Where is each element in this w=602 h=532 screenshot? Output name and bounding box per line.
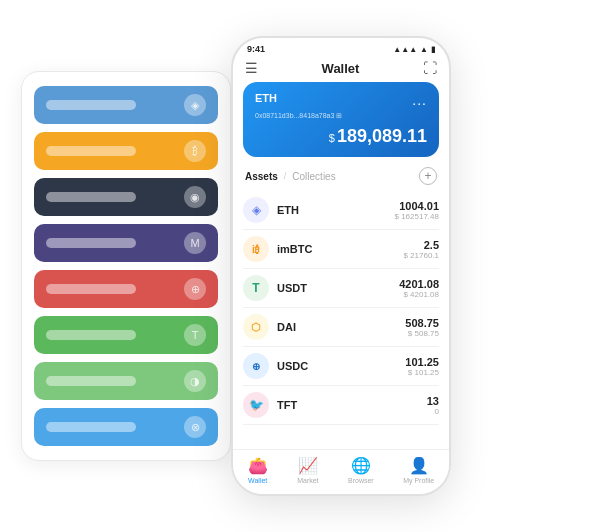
- eth-usd: $ 162517.48: [395, 212, 440, 221]
- status-bar: 9:41 ▲▲▲ ▲ ▮: [233, 38, 449, 56]
- wallet-nav-label: Wallet: [248, 477, 267, 484]
- asset-right-tft: 13 0: [427, 395, 439, 416]
- dai-icon: ⬡: [243, 314, 269, 340]
- tft-icon: 🐦: [243, 392, 269, 418]
- phone-header: ☰ Wallet ⛶: [233, 56, 449, 82]
- card-item-5[interactable]: T: [34, 316, 218, 354]
- card-item-icon-5: T: [184, 324, 206, 346]
- phone-nav: 👛 Wallet 📈 Market 🌐 Browser 👤 My Profile: [233, 449, 449, 494]
- card-item-icon-6: ◑: [184, 370, 206, 392]
- wallet-card-dollar: $: [329, 132, 335, 144]
- asset-row-dai[interactable]: ⬡ DAI 508.75 $ 508.75: [243, 308, 439, 347]
- profile-nav-label: My Profile: [403, 477, 434, 484]
- dai-amount: 508.75: [405, 317, 439, 329]
- card-item-icon-0: ◈: [184, 94, 206, 116]
- asset-left-dai: ⬡ DAI: [243, 314, 296, 340]
- assets-tabs: Assets / Collecties: [245, 171, 336, 182]
- imbtc-usd: $ 21760.1: [403, 251, 439, 260]
- asset-left-tft: 🐦 TFT: [243, 392, 297, 418]
- asset-left-usdt: T USDT: [243, 275, 307, 301]
- imbtc-icon: i₿: [243, 236, 269, 262]
- wallet-card-more[interactable]: ...: [412, 92, 427, 108]
- battery-icon: ▮: [431, 45, 435, 54]
- scene: ◈ ₿ ◉ M ⊕ T ◑ ⊗: [21, 11, 581, 521]
- card-item-icon-4: ⊕: [184, 278, 206, 300]
- wallet-card[interactable]: ETH ... 0x08711d3b...8418a78a3 ⊞ $189,08…: [243, 82, 439, 157]
- usdc-amount: 101.25: [405, 356, 439, 368]
- asset-row-tft[interactable]: 🐦 TFT 13 0: [243, 386, 439, 425]
- asset-left-eth: ◈ ETH: [243, 197, 299, 223]
- tft-amount: 13: [427, 395, 439, 407]
- imbtc-name: imBTC: [277, 243, 312, 255]
- scan-icon[interactable]: ⛶: [423, 60, 437, 76]
- card-item-label-7: [46, 422, 136, 432]
- usdt-name: USDT: [277, 282, 307, 294]
- asset-row-imbtc[interactable]: i₿ imBTC 2.5 $ 21760.1: [243, 230, 439, 269]
- tft-name: TFT: [277, 399, 297, 411]
- status-icons: ▲▲▲ ▲ ▮: [393, 45, 435, 54]
- asset-row-eth[interactable]: ◈ ETH 1004.01 $ 162517.48: [243, 191, 439, 230]
- asset-row-usdt[interactable]: T USDT 4201.08 $ 4201.08: [243, 269, 439, 308]
- asset-left-usdc: ⊕ USDC: [243, 353, 308, 379]
- asset-right-eth: 1004.01 $ 162517.48: [395, 200, 440, 221]
- menu-icon[interactable]: ☰: [245, 60, 258, 76]
- card-item-6[interactable]: ◑: [34, 362, 218, 400]
- add-asset-button[interactable]: +: [419, 167, 437, 185]
- tft-usd: 0: [427, 407, 439, 416]
- tab-assets[interactable]: Assets: [245, 171, 278, 182]
- tab-collecties[interactable]: Collecties: [292, 171, 335, 182]
- imbtc-amount: 2.5: [403, 239, 439, 251]
- eth-icon: ◈: [243, 197, 269, 223]
- card-item-4[interactable]: ⊕: [34, 270, 218, 308]
- card-item-label-0: [46, 100, 136, 110]
- wallet-card-top: ETH ...: [255, 92, 427, 108]
- card-item-label-3: [46, 238, 136, 248]
- usdc-icon: ⊕: [243, 353, 269, 379]
- wallet-card-coin: ETH: [255, 92, 277, 104]
- usdt-usd: $ 4201.08: [399, 290, 439, 299]
- card-item-3[interactable]: M: [34, 224, 218, 262]
- card-item-2[interactable]: ◉: [34, 178, 218, 216]
- nav-wallet[interactable]: 👛 Wallet: [248, 456, 268, 484]
- nav-browser[interactable]: 🌐 Browser: [348, 456, 374, 484]
- wallet-card-address: 0x08711d3b...8418a78a3 ⊞: [255, 112, 427, 120]
- asset-right-usdc: 101.25 $ 101.25: [405, 356, 439, 377]
- wallet-card-balance: $189,089.11: [255, 126, 427, 147]
- card-item-7[interactable]: ⊗: [34, 408, 218, 446]
- usdc-name: USDC: [277, 360, 308, 372]
- signal-icon: ▲▲▲: [393, 45, 417, 54]
- dai-name: DAI: [277, 321, 296, 333]
- card-item-label-5: [46, 330, 136, 340]
- status-time: 9:41: [247, 44, 265, 54]
- phone-mockup: 9:41 ▲▲▲ ▲ ▮ ☰ Wallet ⛶ ETH ... 0x08711d…: [231, 36, 451, 496]
- card-item-1[interactable]: ₿: [34, 132, 218, 170]
- card-stack: ◈ ₿ ◉ M ⊕ T ◑ ⊗: [21, 71, 231, 461]
- card-item-0[interactable]: ◈: [34, 86, 218, 124]
- profile-nav-icon: 👤: [409, 456, 429, 475]
- asset-right-dai: 508.75 $ 508.75: [405, 317, 439, 338]
- wallet-card-amount: 189,089.11: [337, 126, 427, 146]
- card-item-label-6: [46, 376, 136, 386]
- eth-name: ETH: [277, 204, 299, 216]
- card-item-icon-3: M: [184, 232, 206, 254]
- dai-usd: $ 508.75: [405, 329, 439, 338]
- wifi-icon: ▲: [420, 45, 428, 54]
- asset-left-imbtc: i₿ imBTC: [243, 236, 312, 262]
- usdc-usd: $ 101.25: [405, 368, 439, 377]
- nav-profile[interactable]: 👤 My Profile: [403, 456, 434, 484]
- browser-nav-label: Browser: [348, 477, 374, 484]
- browser-nav-icon: 🌐: [351, 456, 371, 475]
- tab-divider: /: [284, 171, 287, 181]
- market-nav-label: Market: [297, 477, 318, 484]
- nav-market[interactable]: 📈 Market: [297, 456, 318, 484]
- usdt-icon: T: [243, 275, 269, 301]
- card-item-label-1: [46, 146, 136, 156]
- header-title: Wallet: [322, 61, 360, 76]
- usdt-amount: 4201.08: [399, 278, 439, 290]
- card-item-icon-2: ◉: [184, 186, 206, 208]
- asset-list: ◈ ETH 1004.01 $ 162517.48 i₿ imBTC 2.5 $…: [233, 191, 449, 449]
- asset-row-usdc[interactable]: ⊕ USDC 101.25 $ 101.25: [243, 347, 439, 386]
- market-nav-icon: 📈: [298, 456, 318, 475]
- card-item-icon-1: ₿: [184, 140, 206, 162]
- wallet-nav-icon: 👛: [248, 456, 268, 475]
